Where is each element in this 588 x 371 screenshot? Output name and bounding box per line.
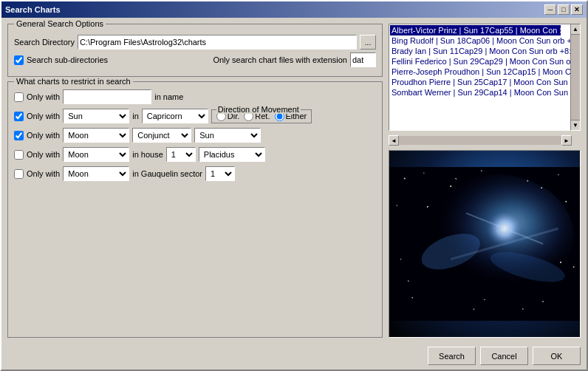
svg-point-14 bbox=[420, 174, 574, 297]
subdirs-row: Search sub-directories Only search chart… bbox=[14, 52, 376, 67]
planet-select-3[interactable]: Sun Moon bbox=[194, 128, 261, 143]
search-subdirs-label: Search sub-directories bbox=[27, 55, 108, 64]
direction-group: Direction of Movement Dir. Ret. Either bbox=[211, 109, 312, 123]
restrict-house-checkbox[interactable] bbox=[14, 150, 24, 160]
svg-point-6 bbox=[558, 174, 559, 176]
svg-point-1 bbox=[404, 178, 406, 180]
scroll-up-btn[interactable]: ▲ bbox=[571, 24, 580, 35]
direction-legend: Direction of Movement bbox=[216, 105, 301, 114]
svg-point-18 bbox=[417, 227, 485, 277]
svg-point-4 bbox=[481, 170, 482, 171]
left-panel: General Search Options Search Directory … bbox=[7, 24, 383, 338]
only-with-label-2: Only with bbox=[27, 112, 60, 120]
restrict-row-house: Only with Moon Sun in house 1 23456 Plac… bbox=[14, 147, 376, 162]
window-title: Search Charts bbox=[5, 5, 61, 14]
title-controls: ─ □ ✕ bbox=[544, 4, 583, 15]
search-dir-input[interactable] bbox=[78, 35, 357, 50]
restrict-planet-sign-checkbox[interactable] bbox=[14, 112, 24, 121]
result-item-6[interactable]: Sombart Werner | Sun 29Cap14 | Moon Con … bbox=[390, 87, 561, 98]
planet-select-4[interactable]: Moon Sun bbox=[63, 147, 129, 162]
right-panel: Albert-Victor Prinz | Sun 17Cap55 | Moon… bbox=[389, 24, 581, 338]
scroll-track-v bbox=[571, 35, 580, 120]
svg-point-13 bbox=[474, 309, 475, 310]
restrict-name-checkbox[interactable] bbox=[14, 92, 24, 102]
svg-rect-0 bbox=[389, 167, 580, 321]
svg-point-15 bbox=[485, 209, 524, 248]
only-with-label-5: Only with bbox=[27, 169, 60, 178]
svg-point-8 bbox=[565, 201, 567, 202]
restrict-row-name: Only with in name bbox=[14, 89, 376, 104]
ok-button[interactable]: OK bbox=[533, 347, 581, 365]
svg-point-12 bbox=[542, 301, 544, 302]
search-button[interactable]: Search bbox=[428, 347, 476, 365]
restrict-row-gauquelin: Only with Moon Sun in Gauquelin sector 1… bbox=[14, 166, 376, 181]
results-container: Albert-Victor Prinz | Sun 17Cap55 | Moon… bbox=[389, 24, 581, 131]
close-button[interactable]: ✕ bbox=[571, 4, 583, 15]
search-subdirs-checkbox[interactable] bbox=[14, 55, 24, 65]
only-with-label-3: Only with bbox=[27, 131, 60, 140]
system-select[interactable]: Placidus Koch Equal bbox=[199, 147, 265, 162]
svg-point-5 bbox=[527, 180, 528, 182]
browse-button[interactable]: ... bbox=[360, 35, 376, 50]
scroll-track-h bbox=[399, 136, 561, 145]
svg-point-19 bbox=[488, 246, 568, 288]
space-svg bbox=[389, 151, 580, 337]
h-scrollbar-row: ◄ ► bbox=[389, 135, 572, 146]
bottom-bar: Search Cancel OK bbox=[1, 344, 587, 370]
planet-select-1[interactable]: Sun Moon Mercury Venus Mars bbox=[63, 109, 129, 123]
search-charts-window: Search Charts ─ □ ✕ General Search Optio… bbox=[0, 0, 588, 371]
search-dir-row: Search Directory ... bbox=[14, 35, 376, 50]
restrict-gauquelin-checkbox[interactable] bbox=[14, 169, 24, 179]
scroll-right-btn[interactable]: ► bbox=[561, 135, 572, 146]
house-select[interactable]: 1 23456 bbox=[166, 147, 196, 162]
extension-input[interactable] bbox=[350, 52, 376, 67]
window-body: General Search Options Search Directory … bbox=[1, 18, 587, 344]
results-list[interactable]: Albert-Victor Prinz | Sun 17Cap55 | Moon… bbox=[389, 24, 572, 131]
result-item-3[interactable]: Fellini Federico | Sun 29Cap29 | Moon Co… bbox=[390, 56, 561, 67]
svg-line-17 bbox=[451, 228, 558, 259]
restrict-group: What charts to restrict in search Only w… bbox=[7, 81, 383, 338]
svg-point-7 bbox=[397, 205, 398, 206]
in-gauquelin-label: in Gauquelin sector bbox=[132, 169, 202, 178]
scroll-down-btn[interactable]: ▼ bbox=[571, 120, 580, 130]
result-item-5[interactable]: Proudhon Pierre | Sun 25Cap17 | Moon Con… bbox=[390, 77, 561, 87]
only-with-label-4: Only with bbox=[27, 150, 60, 159]
in-label-1: in bbox=[132, 112, 139, 120]
title-bar: Search Charts ─ □ ✕ bbox=[1, 1, 587, 18]
v-scrollbar: ▲ ▼ bbox=[570, 24, 581, 131]
sector-select[interactable]: 1 23 bbox=[205, 166, 235, 181]
restrict-legend: What charts to restrict in search bbox=[14, 77, 133, 86]
result-item-2[interactable]: Brady Ian | Sun 11Cap29 | Moon Con Sun o… bbox=[390, 46, 561, 56]
result-item-0[interactable]: Albert-Victor Prinz | Sun 17Cap55 | Moon… bbox=[390, 25, 561, 35]
space-image-box bbox=[389, 150, 581, 338]
svg-line-16 bbox=[466, 213, 543, 244]
svg-point-9 bbox=[400, 259, 402, 260]
general-search-group: General Search Options Search Directory … bbox=[7, 24, 383, 77]
restrict-aspect-checkbox[interactable] bbox=[14, 131, 24, 140]
in-house-label: in house bbox=[132, 150, 163, 159]
aspect-select[interactable]: Conjunct Opposite Trine Square Sextile bbox=[132, 128, 191, 143]
in-name-label: in name bbox=[154, 92, 183, 101]
minimize-button[interactable]: ─ bbox=[544, 4, 556, 15]
sign-select[interactable]: Aries Capricorn Capricorn bbox=[142, 109, 208, 123]
only-with-label-1: Only with bbox=[27, 92, 60, 101]
extension-label: Only search chart files with extension bbox=[213, 55, 347, 64]
result-item-4[interactable]: Pierre-Joseph Proudhon | Sun 12Cap15 | M… bbox=[390, 67, 561, 77]
planet-select-2[interactable]: Moon Sun bbox=[63, 128, 129, 143]
restrict-row-planet-sign: Only with Sun Moon Mercury Venus Mars in… bbox=[14, 109, 376, 123]
svg-point-3 bbox=[450, 186, 451, 187]
name-input[interactable] bbox=[63, 89, 151, 104]
space-image bbox=[389, 151, 580, 337]
restrict-row-aspect: Only with Moon Sun Conjunct Opposite Tri… bbox=[14, 128, 376, 143]
svg-point-11 bbox=[411, 297, 413, 299]
maximize-button[interactable]: □ bbox=[558, 4, 570, 15]
svg-point-10 bbox=[573, 266, 575, 268]
search-dir-label: Search Directory bbox=[14, 38, 75, 47]
result-item-1[interactable]: Bing Rudolf | Sun 18Cap06 | Moon Con Sun… bbox=[390, 35, 561, 46]
planet-select-5[interactable]: Moon Sun bbox=[63, 166, 129, 181]
scroll-left-btn[interactable]: ◄ bbox=[389, 135, 399, 146]
cancel-button[interactable]: Cancel bbox=[480, 347, 528, 365]
svg-point-2 bbox=[423, 172, 425, 174]
general-search-legend: General Search Options bbox=[14, 19, 106, 28]
